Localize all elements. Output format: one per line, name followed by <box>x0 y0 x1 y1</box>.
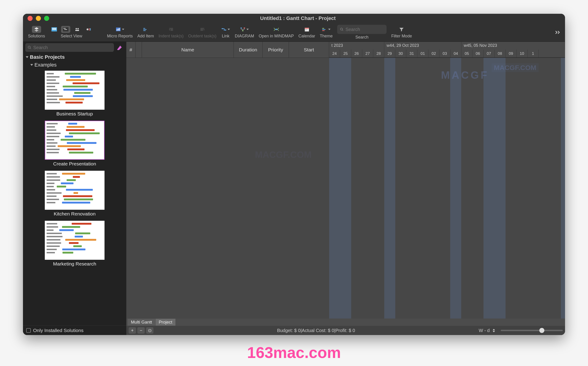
week-cell[interactable]: w45, 05 Nov 2023 <box>462 42 565 50</box>
filter-icon <box>399 27 404 32</box>
toolbar-solutions-label: Solutions <box>28 34 45 38</box>
app-window: Untitled1 : Gantt Chart - Project Soluti… <box>23 14 565 335</box>
col-blank[interactable] <box>135 42 142 58</box>
day-cell[interactable]: 29 <box>384 50 395 57</box>
toolbar-theme[interactable]: Theme <box>317 26 335 38</box>
toolbar-link[interactable]: Link <box>219 26 232 38</box>
svg-rect-21 <box>241 28 242 29</box>
day-cell[interactable]: 04 <box>450 50 462 57</box>
status-remove-button[interactable]: − <box>137 327 145 334</box>
gantt-body[interactable]: MACGF.COM MACGF.COM MACGF <box>126 58 565 319</box>
col-duration[interactable]: Duration <box>234 42 263 58</box>
day-cell[interactable]: 07 <box>484 50 494 57</box>
col-number[interactable]: # <box>126 42 135 58</box>
view-tabs: Multi Gantt Project <box>126 319 565 326</box>
status-add-button[interactable]: + <box>129 327 136 334</box>
minimize-window-button[interactable] <box>36 16 41 21</box>
toolbar-search-input[interactable] <box>345 27 384 32</box>
day-cell[interactable]: 31 <box>406 50 417 57</box>
day-cell[interactable]: 06 <box>472 50 484 57</box>
template-label: Business Startup <box>56 111 93 117</box>
toolbar-filter-mode-label: Filter Mode <box>391 34 412 38</box>
view-option-1[interactable] <box>50 26 59 33</box>
svg-rect-29 <box>322 28 324 29</box>
tree-examples[interactable]: Examples <box>23 61 126 69</box>
week-cell[interactable]: t 2023 <box>329 42 384 50</box>
maximize-window-button[interactable] <box>44 16 49 21</box>
view-option-2[interactable] <box>61 26 70 33</box>
close-window-button[interactable] <box>28 16 33 21</box>
toolbar-link-label: Link <box>222 34 229 38</box>
svg-rect-23 <box>242 30 243 31</box>
day-cell[interactable]: 1 <box>528 50 539 57</box>
page-watermark: 163mac.com <box>247 343 341 361</box>
week-cell[interactable]: w44, 29 Oct 2023 <box>384 42 462 50</box>
titlebar: Untitled1 : Gantt Chart - Project <box>23 14 565 23</box>
tab-multi-gantt[interactable]: Multi Gantt <box>128 319 156 326</box>
only-installed-checkbox[interactable] <box>26 328 31 333</box>
tab-project[interactable]: Project <box>156 319 176 326</box>
template-label: Kitchen Renovation <box>54 211 95 217</box>
template-label: Marketing Research <box>53 261 96 267</box>
outdent-icon <box>200 27 205 31</box>
svg-rect-22 <box>244 28 245 29</box>
status-more-button[interactable]: ⊙ <box>146 327 153 334</box>
toolbar-micro-reports[interactable]: Micro Reports <box>105 26 135 38</box>
zoom-slider[interactable] <box>501 330 563 331</box>
toolbar-calendar[interactable]: Calendar <box>296 26 317 38</box>
day-cell[interactable]: 27 <box>362 50 373 57</box>
gantt-icon <box>63 27 69 31</box>
toolbar-add-item[interactable]: Add Item <box>135 26 156 38</box>
svg-rect-18 <box>143 30 146 31</box>
template-thumbnail[interactable] <box>45 171 104 210</box>
status-bar: + − ⊙ Budget: $ 0|Actual Cost: $ 0|Profi… <box>126 326 565 335</box>
template-thumbnail[interactable] <box>45 121 104 160</box>
toolbar-outdent-label: Outdent task(s) <box>188 34 216 38</box>
day-cell[interactable]: 01 <box>417 50 428 57</box>
toolbar-diagram-label: DIAGRAM <box>235 34 254 38</box>
toolbar-indent[interactable]: Indent task(s) <box>156 26 186 38</box>
toolbar-mindmap[interactable]: Open in MINDMAP <box>256 26 296 38</box>
toolbar-solutions[interactable]: Solutions <box>26 26 47 38</box>
svg-rect-4 <box>63 28 66 29</box>
template-thumbnail[interactable] <box>45 221 104 260</box>
day-cell[interactable]: 30 <box>395 50 406 57</box>
col-priority[interactable]: Priority <box>263 42 289 58</box>
sidebar-search-box[interactable] <box>25 43 114 52</box>
toolbar-search-box[interactable] <box>337 25 387 34</box>
watermark: MACGF.COM <box>255 150 312 160</box>
svg-rect-5 <box>64 29 67 30</box>
template-thumbnail[interactable] <box>45 71 104 110</box>
day-cell[interactable]: 05 <box>462 50 472 57</box>
day-cell[interactable]: 02 <box>428 50 439 57</box>
toolbar-diagram[interactable]: DIAGRAM <box>232 26 256 38</box>
day-cell[interactable]: 25 <box>340 50 351 57</box>
view-option-3[interactable] <box>73 26 82 33</box>
day-cell[interactable]: 24 <box>329 50 340 57</box>
day-cell[interactable]: 26 <box>351 50 362 57</box>
day-cell[interactable]: 10 <box>517 50 528 57</box>
timeline-header: t 2023 w44, 29 Oct 2023 w45, 05 Nov 2023… <box>329 42 565 58</box>
scale-stepper[interactable] <box>492 329 496 332</box>
tree-basic-projects[interactable]: Basic Projects <box>23 53 126 61</box>
eraser-button[interactable] <box>115 43 124 52</box>
day-cell[interactable]: 03 <box>439 50 450 57</box>
toolbar-overflow[interactable] <box>553 29 562 36</box>
chevron-down-icon <box>30 64 33 66</box>
view-option-4[interactable] <box>84 26 93 33</box>
col-name[interactable]: Name <box>142 42 234 58</box>
toolbar-outdent[interactable]: Outdent task(s) <box>186 26 219 38</box>
report-icon <box>116 27 121 32</box>
people-icon <box>74 27 80 31</box>
sidebar-search-input[interactable] <box>33 45 112 50</box>
svg-rect-20 <box>224 30 226 30</box>
toolbar-filter-mode[interactable]: Filter Mode <box>389 26 414 38</box>
day-cell[interactable]: 08 <box>494 50 506 57</box>
col-start[interactable]: Start <box>289 42 329 58</box>
day-cell[interactable]: 09 <box>506 50 517 57</box>
toolbar-search-group: Search <box>335 25 389 40</box>
zoom-slider-knob[interactable] <box>539 328 544 333</box>
day-cell[interactable]: 28 <box>373 50 384 57</box>
search-icon <box>28 46 31 50</box>
svg-rect-17 <box>143 29 147 30</box>
